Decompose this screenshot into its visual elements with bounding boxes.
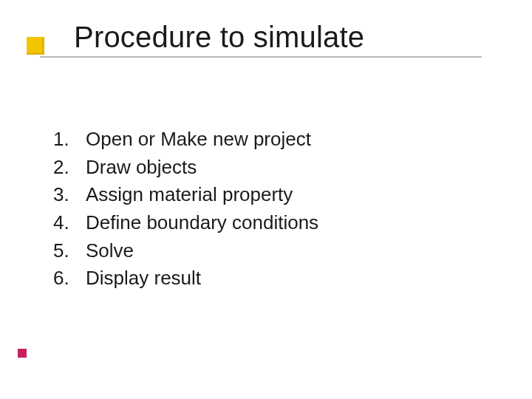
steps-list: Open or Make new project Draw objects As… [53, 126, 318, 293]
list-text: Display result [80, 265, 201, 293]
list-number [53, 126, 80, 154]
list-item: Open or Make new project [53, 126, 318, 154]
list-number [53, 265, 80, 293]
list-text: Define boundary conditions [80, 209, 318, 237]
list-text: Assign material property [80, 181, 293, 209]
list-number [53, 181, 80, 209]
list-number [53, 209, 80, 237]
list-text: Solve [80, 237, 134, 265]
list-number [53, 154, 80, 182]
list-item: Define boundary conditions [53, 209, 318, 237]
list-item: Solve [53, 237, 318, 265]
list-text: Draw objects [80, 154, 197, 182]
list-item: Display result [53, 265, 318, 293]
slide: Procedure to simulate Open or Make new p… [0, 0, 532, 399]
list-item: Draw objects [53, 154, 318, 182]
title-underline: Procedure to simulate [40, 21, 482, 58]
list-text: Open or Make new project [80, 126, 311, 154]
list-number [53, 237, 80, 265]
list-item: Assign material property [53, 181, 318, 209]
body: Open or Make new project Draw objects As… [53, 126, 318, 293]
accent-square-icon [18, 349, 27, 358]
page-title: Procedure to simulate [40, 21, 364, 53]
title-block: Procedure to simulate [27, 21, 482, 58]
